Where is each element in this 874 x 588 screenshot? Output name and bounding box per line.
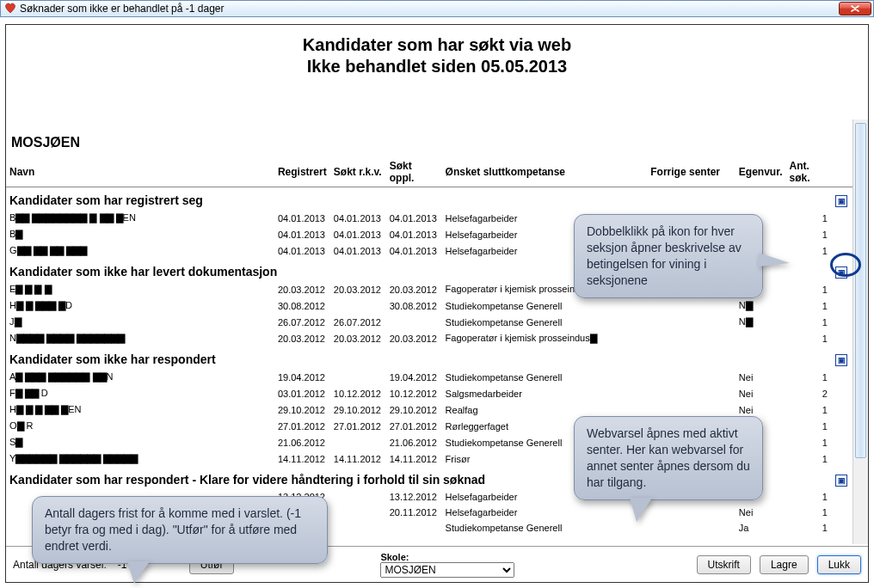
callout-webvarsel: Webvarsel åpnes med aktivt senter. Her k… <box>574 416 763 500</box>
cell-ant: 1 <box>785 401 830 418</box>
cell-onsket: Salgsmedarbeider <box>442 385 648 401</box>
cell-sokt-oppl: 14.11.2012 <box>386 450 442 467</box>
cell-ant: 1 <box>785 281 830 297</box>
cell-registrert: 21.06.2012 <box>274 434 330 450</box>
cell-sokt-oppl: 21.06.2012 <box>386 434 442 450</box>
cell-ant: 1 <box>785 330 830 346</box>
skole-block: Skole: MOSJØEN <box>380 552 514 578</box>
cell-registrert: 14.11.2012 <box>274 450 330 467</box>
cell-ant: 1 <box>785 369 830 385</box>
section-info-icon[interactable]: ▣ <box>835 266 847 279</box>
table-header-row: Navn Registrert Søkt r.k.v. Søkt oppl. Ø… <box>6 157 852 187</box>
cell-egenvur: N▇ <box>736 297 786 314</box>
cell-registrert: 04.01.2013 <box>274 210 330 226</box>
cell-blank <box>831 330 852 346</box>
table-row[interactable]: H▇ ▇ ▇▇▇ ▇D30.08.201230.08.2012Studiekom… <box>6 297 852 314</box>
cell-forrige <box>647 297 736 314</box>
cell-navn: B▇▇ ▇▇▇▇▇▇▇▇ ▇ ▇▇ ▇EN <box>6 210 274 226</box>
skole-select[interactable]: MOSJØEN <box>380 562 514 578</box>
window-title: Søknader som ikke er behandlet på -1 dag… <box>20 3 224 15</box>
cell-sokt-rkv <box>330 505 386 520</box>
col-header-navn: Navn <box>6 157 274 187</box>
lagre-button[interactable]: Lagre <box>760 555 809 574</box>
vertical-scrollbar[interactable] <box>852 119 868 544</box>
scrollbar-thumb[interactable] <box>855 123 866 458</box>
cell-registrert: 30.08.2012 <box>274 297 330 314</box>
col-header-sokt-oppl: Søkt oppl. <box>386 157 442 187</box>
cell-sokt-rkv: 29.10.2012 <box>330 401 386 418</box>
cell-sokt-oppl: 30.08.2012 <box>386 297 442 314</box>
cell-registrert: 26.07.2012 <box>274 314 330 330</box>
cell-sokt-oppl: 20.03.2012 <box>386 330 442 346</box>
page-title-2: Ikke behandlet siden 05.05.2013 <box>6 57 868 77</box>
cell-sokt-oppl <box>386 520 442 536</box>
cell-sokt-oppl: 29.10.2012 <box>386 401 442 418</box>
window-close-button[interactable] <box>839 2 871 15</box>
cell-blank <box>831 505 852 520</box>
cell-forrige <box>647 369 736 385</box>
cell-blank <box>831 418 852 434</box>
cell-onsket: Studiekompetanse Generell <box>442 520 648 536</box>
cell-sokt-rkv: 04.01.2013 <box>330 210 386 226</box>
section-info-icon[interactable]: ▣ <box>835 195 847 207</box>
col-header-sokt-rkv: Søkt r.k.v. <box>330 157 386 187</box>
section-info-icon[interactable]: ▣ <box>835 475 847 487</box>
section-info-icon[interactable]: ▣ <box>835 354 847 366</box>
lukk-button[interactable]: Lukk <box>817 555 861 574</box>
cell-sokt-oppl <box>386 314 442 330</box>
skole-label: Skole: <box>380 552 514 562</box>
section-info-cell: ▣ <box>831 467 852 489</box>
cell-ant: 1 <box>785 226 830 242</box>
page-header: Kandidater som har søkt via web Ikke beh… <box>6 25 868 80</box>
location-heading: MOSJØEN <box>6 119 852 157</box>
cell-navn: Y▇▇▇▇▇▇ ▇▇▇▇▇▇ ▇▇▇▇▇ <box>6 450 274 467</box>
cell-sokt-rkv: 04.01.2013 <box>330 242 386 259</box>
cell-registrert: 27.01.2012 <box>274 418 330 434</box>
cell-blank <box>831 369 852 385</box>
section-header-row: Kandidater som har registrert seg▣ <box>6 187 852 211</box>
table-row[interactable]: J▇26.07.201226.07.2012Studiekompetanse G… <box>6 314 852 330</box>
table-row[interactable]: A▇ ▇▇▇ ▇▇▇▇▇▇ ▇▇N19.04.201219.04.2012Stu… <box>6 369 852 385</box>
cell-ant: 2 <box>785 385 830 401</box>
cell-registrert: 20.03.2012 <box>274 330 330 346</box>
cell-registrert: 04.01.2013 <box>274 226 330 242</box>
cell-sokt-oppl: 04.01.2013 <box>386 210 442 226</box>
cell-sokt-oppl: 13.12.2012 <box>386 489 442 505</box>
cell-registrert: 19.04.2012 <box>274 369 330 385</box>
cell-ant: 1 <box>785 297 830 314</box>
table-row[interactable]: F▇ ▇▇ D03.01.201210.12.201210.12.2012Sal… <box>6 385 852 401</box>
cell-sokt-oppl: 20.11.2012 <box>386 505 442 520</box>
callout-tail <box>759 253 790 266</box>
cell-onsket: Studiekompetanse Generell <box>442 297 648 314</box>
col-header-ant: Ant. søk. <box>785 157 830 187</box>
cell-ant: 1 <box>785 418 830 434</box>
cell-forrige <box>647 385 736 401</box>
cell-ant: 1 <box>785 450 830 467</box>
cell-forrige <box>647 520 736 536</box>
cell-blank <box>831 450 852 467</box>
cell-blank <box>831 434 852 450</box>
cell-ant: 1 <box>785 210 830 226</box>
section-title: Kandidater som ikke har respondert <box>6 346 831 369</box>
callout-tail <box>630 498 652 522</box>
col-header-forrige: Forrige senter <box>647 157 736 187</box>
table-row[interactable]: N▇▇▇▇ ▇▇▇▇ ▇▇▇▇▇▇▇20.03.201220.03.201220… <box>6 330 852 346</box>
cell-sokt-oppl: 04.01.2013 <box>386 226 442 242</box>
cell-blank <box>831 297 852 314</box>
col-header-registrert: Registrert <box>274 157 330 187</box>
col-header-egenvur: Egenvur. <box>736 157 786 187</box>
cell-sokt-rkv: 20.03.2012 <box>330 330 386 346</box>
cell-registrert: 03.01.2012 <box>274 385 330 401</box>
utskrift-button[interactable]: Utskrift <box>697 555 751 574</box>
cell-egenvur: N▇ <box>736 314 786 330</box>
cell-ant: 1 <box>785 520 830 536</box>
cell-navn: N▇▇▇▇ ▇▇▇▇ ▇▇▇▇▇▇▇ <box>6 330 274 346</box>
cell-sokt-oppl: 20.03.2012 <box>386 281 442 297</box>
cell-sokt-rkv: 27.01.2012 <box>330 418 386 434</box>
cell-onsket: Fagoperatør i kjemisk prosseindus▇ <box>442 330 648 346</box>
content-frame: Kandidater som har søkt via web Ikke beh… <box>5 24 869 583</box>
cell-sokt-rkv: 26.07.2012 <box>330 314 386 330</box>
cell-registrert: 04.01.2013 <box>274 242 330 259</box>
cell-sokt-rkv <box>330 434 386 450</box>
callout-text: Webvarsel åpnes med aktivt senter. Her k… <box>587 426 750 489</box>
